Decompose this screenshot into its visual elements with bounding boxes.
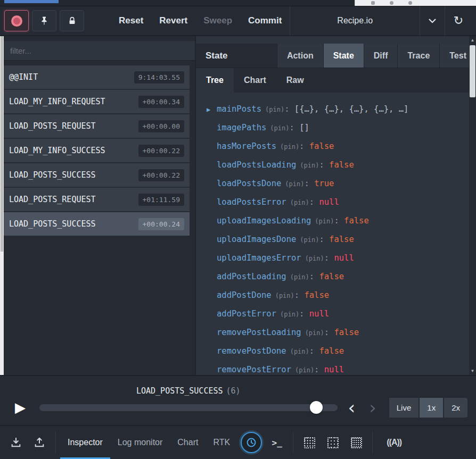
inspector-tab[interactable]: State	[323, 44, 364, 68]
pin-link[interactable]: (pin)	[265, 106, 284, 113]
record-button[interactable]	[4, 10, 29, 31]
tree-scrollbar-thumb[interactable]	[470, 45, 475, 97]
state-tree-row[interactable]: ▶removePostError(pin): null	[207, 361, 463, 375]
state-tree-row[interactable]: ▶hasMorePosts(pin): false	[207, 137, 463, 156]
speed-button[interactable]: Live	[389, 398, 419, 418]
instance-select[interactable]: Recipe.io	[290, 10, 420, 32]
page-scrollbar[interactable]	[0, 36, 4, 375]
step-back-button[interactable]: ‹	[345, 398, 359, 416]
instance-select-chevron-button[interactable]	[420, 6, 445, 36]
state-tree-row[interactable]: ▶addPostLoading(pin): false	[207, 268, 463, 286]
current-action-index: (6)	[226, 386, 241, 396]
action-name: LOAD_MY_INFO_SUCCESS	[9, 146, 105, 155]
pin-link[interactable]: (pin)	[315, 218, 334, 225]
import-button[interactable]	[4, 431, 28, 454]
state-tree-row[interactable]: ▶uploadImagesDone(pin): false	[207, 230, 463, 249]
reset-button[interactable]: Reset	[111, 10, 151, 31]
state-tree-row[interactable]: ▶uploadImagesError(pin): null	[207, 249, 463, 268]
pin-link[interactable]: (pin)	[290, 273, 309, 281]
pin-link[interactable]: (pin)	[275, 292, 294, 299]
pin-link[interactable]: (pin)	[290, 199, 309, 206]
revert-button[interactable]: Revert	[151, 10, 195, 31]
grid-button-1[interactable]	[298, 431, 321, 454]
state-tree-row[interactable]: ▶loadPostsDone(pin): true	[207, 174, 463, 193]
pin-link[interactable]: (pin)	[285, 180, 304, 188]
extension-icon[interactable]	[371, 1, 375, 5]
view-subtab[interactable]: Raw	[276, 68, 314, 93]
state-value: false	[334, 328, 359, 337]
refresh-button[interactable]: ↻	[445, 6, 472, 36]
action-list-item[interactable]: LOAD_POSTS_REQUEST +00:00.00	[4, 114, 190, 138]
action-list-item[interactable]: LOAD_POSTS_SUCCESS +00:00.22	[4, 163, 190, 187]
monitor-tab[interactable]: RTK	[206, 426, 237, 459]
lock-button[interactable]	[60, 10, 84, 31]
inspector-tab[interactable]: Diff	[364, 44, 398, 68]
page-scrollbar-thumb[interactable]	[1, 36, 3, 252]
active-browser-tab-indicator[interactable]	[4, 0, 59, 3]
monitor-tab[interactable]: Chart	[170, 426, 206, 459]
tts-button[interactable]: ((A))	[377, 431, 411, 454]
pin-link[interactable]: (pin)	[280, 311, 299, 318]
menu-icon[interactable]	[408, 1, 412, 5]
tree-scrollbar[interactable]: ▲ ▼	[469, 36, 476, 375]
state-tree-row[interactable]: ▶loadPostsLoading(pin): false	[207, 156, 463, 174]
monitor-tab[interactable]: Inspector	[60, 426, 110, 459]
step-forward-button[interactable]: ›	[366, 398, 380, 416]
pin-link[interactable]: (pin)	[300, 162, 319, 169]
scroll-up-button[interactable]: ▲	[469, 36, 476, 44]
inspector-tab[interactable]: Trace	[397, 44, 439, 68]
pin-link[interactable]: (pin)	[300, 236, 319, 244]
action-name: LOAD_POSTS_REQUEST	[9, 195, 96, 204]
state-tree-row[interactable]: ▶addPostDone(pin): false	[207, 286, 463, 305]
grid-button-3[interactable]	[344, 431, 368, 454]
inspector-tab[interactable]: Action	[277, 44, 323, 68]
sweep-button[interactable]: Sweep	[195, 10, 240, 31]
pin-link[interactable]: (pin)	[290, 348, 309, 355]
key-value-separator: :	[284, 104, 294, 114]
filter-input[interactable]	[4, 41, 195, 60]
scroll-down-button[interactable]: ▼	[469, 367, 476, 375]
action-list-item[interactable]: LOAD_POSTS_SUCCESS +00:00.24	[4, 212, 190, 236]
pin-link[interactable]: (pin)	[295, 366, 314, 374]
export-button[interactable]	[28, 431, 51, 454]
state-tree-row[interactable]: ▶mainPosts(pin): [{…}, {…}, {…}, {…}, …]	[207, 100, 463, 119]
pin-link[interactable]: (pin)	[305, 255, 324, 262]
action-list-item[interactable]: @@INIT 9:14:03.55	[4, 65, 190, 89]
play-button[interactable]: ▶	[9, 400, 32, 414]
pin-link[interactable]: (pin)	[305, 329, 324, 337]
pin-button[interactable]	[32, 10, 56, 31]
commit-button[interactable]: Commit	[240, 10, 290, 31]
action-list-item[interactable]: LOAD_MY_INFO_REQUEST +00:00.34	[4, 90, 190, 113]
pin-link[interactable]: (pin)	[270, 124, 289, 132]
state-tree-row[interactable]: ▶addPostError(pin): null	[207, 305, 463, 323]
state-tree-row[interactable]: ▶imagePaths(pin): []	[207, 119, 463, 137]
seek-slider-thumb[interactable]	[310, 401, 323, 414]
state-tree-row[interactable]: ▶uploadImagesLoading(pin): false	[207, 212, 463, 230]
speed-button[interactable]: 1x	[420, 398, 443, 418]
terminal-button[interactable]: >_	[265, 431, 289, 454]
state-tree-row[interactable]: ▶loadPostsError(pin): null	[207, 193, 463, 212]
pin-link[interactable]: (pin)	[280, 143, 299, 151]
grid-button-2[interactable]	[321, 431, 344, 454]
expand-arrow-icon[interactable]: ▶	[207, 101, 217, 119]
seek-slider[interactable]	[39, 404, 338, 411]
action-list-item[interactable]: LOAD_POSTS_REQUEST +01:11.59	[4, 188, 190, 211]
profile-icon[interactable]	[390, 1, 393, 5]
state-key: loadPostsLoading	[217, 160, 296, 170]
view-subtab[interactable]: Chart	[234, 68, 276, 93]
state-value: null	[334, 253, 354, 263]
monitor-tab[interactable]: Log monitor	[110, 426, 170, 459]
main-area: @@INIT 9:14:03.55 LOAD_MY_INFO_REQUEST +…	[0, 36, 476, 375]
state-tree-row[interactable]: ▶removePostDone(pin): false	[207, 342, 463, 361]
dots-grid-icon	[327, 437, 339, 448]
state-value: false	[319, 272, 344, 281]
timer-toggle-button[interactable]	[241, 432, 262, 453]
action-list-item[interactable]: LOAD_MY_INFO_SUCCESS +00:00.22	[4, 139, 190, 162]
speed-button[interactable]: 2x	[444, 398, 467, 418]
view-subtab[interactable]: Tree	[196, 68, 234, 93]
key-value-separator: :	[304, 179, 314, 188]
speech-icon: ((A))	[387, 438, 401, 447]
state-key: loadPostsError	[217, 197, 286, 207]
state-tree-row[interactable]: ▶removePostLoading(pin): false	[207, 323, 463, 342]
action-name: LOAD_POSTS_REQUEST	[9, 121, 96, 131]
